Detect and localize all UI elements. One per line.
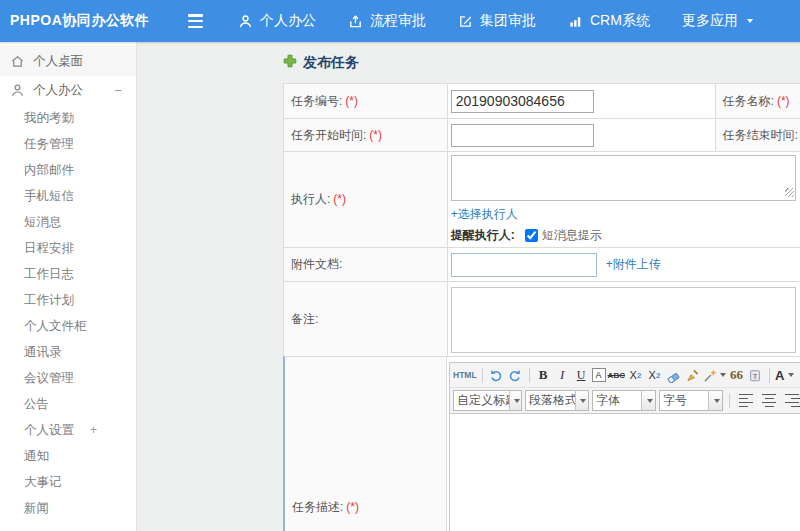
svg-text:T: T (753, 371, 758, 380)
subscript-button[interactable]: X2 (646, 366, 663, 384)
remind-executor-label: 提醒执行人: (451, 227, 515, 244)
redo-icon[interactable] (507, 366, 524, 384)
align-center-icon[interactable] (762, 393, 777, 409)
strikethrough-button[interactable]: ABC (608, 366, 625, 384)
editor-toolbar-row-1: HTML B I U A ABC X2 X2 66 T A (450, 363, 800, 387)
process-approval-icon (348, 14, 363, 29)
sidebar-item-personal-settings[interactable]: 个人设置 + (0, 417, 136, 443)
attachment-upload-link[interactable]: +附件上传 (606, 256, 661, 273)
sidebar-item-news[interactable]: 新闻 (0, 495, 136, 521)
green-plus-icon (283, 54, 297, 72)
task-form-table: 任务编号:(*) 任务名称:(*) 任务开始时间:(*) 任务结束时间:(*) … (283, 83, 800, 358)
task-no-label-cell: 任务编号:(*) (284, 84, 448, 119)
sidebar-item-contacts[interactable]: 通讯录 (0, 339, 136, 365)
nav-label: 集团审批 (480, 12, 536, 30)
menu-icon[interactable] (188, 14, 206, 28)
sidebar: 个人桌面 个人办公 − 我的考勤 任务管理 内部邮件 手机短信 短消息 日程安排… (0, 42, 137, 531)
remark-textarea[interactable] (451, 287, 796, 353)
nav-more-apps[interactable]: 更多应用 (682, 12, 753, 30)
home-icon (10, 54, 25, 69)
sidebar-item-announcement[interactable]: 公告 (0, 391, 136, 417)
caret-down-icon (641, 391, 655, 410)
eraser-icon[interactable] (665, 366, 682, 384)
align-right-icon[interactable] (785, 393, 800, 409)
executor-label: 执行人: (291, 192, 330, 206)
paste-icon[interactable]: T (747, 366, 764, 384)
nav-label: 更多应用 (682, 12, 738, 30)
html-source-button[interactable]: HTML (453, 366, 477, 384)
nav-label: CRM系统 (590, 12, 650, 30)
sidebar-item-task-management[interactable]: 任务管理 (0, 131, 136, 157)
sidebar-item-personal-file-cabinet[interactable]: 个人文件柜 (0, 313, 136, 339)
caret-down-icon (747, 19, 753, 23)
sidebar-item-label: 个人办公 (33, 82, 83, 99)
sidebar-item-internal-mail[interactable]: 内部邮件 (0, 157, 136, 183)
caret-down-icon (509, 391, 521, 410)
start-time-label-cell: 任务开始时间:(*) (284, 119, 448, 152)
sidebar-item-label: 个人桌面 (33, 53, 83, 70)
attachment-input[interactable] (451, 253, 597, 277)
editor-toolbar-row-2: 自定义标题 段落格式 字体 字号 (450, 387, 800, 413)
sidebar-item-meeting-management[interactable]: 会议管理 (0, 365, 136, 391)
magic-wand-icon[interactable] (703, 366, 726, 384)
nav-label: 个人办公 (260, 12, 316, 30)
executor-label-cell: 执行人:(*) (284, 152, 448, 248)
sidebar-item-schedule[interactable]: 日程安排 (0, 235, 136, 261)
user-icon (238, 14, 253, 29)
start-time-label: 任务开始时间: (291, 128, 366, 142)
task-no-input[interactable] (451, 90, 594, 113)
underline-button[interactable]: U (573, 366, 590, 384)
caret-down-icon (575, 391, 588, 410)
sidebar-item-work-plan[interactable]: 工作计划 (0, 287, 136, 313)
paragraph-format-select[interactable]: 段落格式 (525, 390, 589, 411)
top-nav: 个人办公 流程审批 集团审批 CRM系统 更多应用 (238, 12, 753, 30)
sidebar-item-memorabilia[interactable]: 大事记 (0, 469, 136, 495)
sidebar-item-personal-office[interactable]: 个人办公 − (0, 76, 136, 105)
sidebar-item-mobile-sms[interactable]: 手机短信 (0, 183, 136, 209)
user-icon (10, 83, 25, 98)
start-time-input[interactable] (451, 124, 594, 147)
task-description-editor-area[interactable] (450, 413, 800, 531)
nav-personal-office[interactable]: 个人办公 (238, 12, 316, 30)
edit-square-icon (458, 14, 473, 29)
end-time-label-cell: 任务结束时间:(*) (715, 119, 800, 152)
attachment-label: 附件文档: (291, 257, 342, 271)
font-family-select[interactable]: 字体 (592, 390, 656, 411)
sidebar-item-personal-desktop[interactable]: 个人桌面 (0, 46, 136, 76)
sidebar-item-work-log[interactable]: 工作日志 (0, 261, 136, 287)
sidebar-item-short-message[interactable]: 短消息 (0, 209, 136, 235)
app-logo: PHPOA协同办公软件 (0, 12, 172, 30)
brush-icon[interactable] (684, 366, 701, 384)
blockquote-button[interactable]: 66 (728, 366, 745, 384)
custom-title-select[interactable]: 自定义标题 (453, 390, 522, 411)
sms-remind-checkbox[interactable] (525, 229, 538, 242)
caret-down-icon (708, 391, 722, 410)
page-header: 发布任务 (283, 54, 359, 72)
sidebar-item-my-attendance[interactable]: 我的考勤 (0, 105, 136, 131)
remark-label: 备注: (291, 312, 318, 326)
executor-textarea[interactable] (451, 155, 796, 201)
sidebar-item-notice[interactable]: 通知 (0, 443, 136, 469)
italic-button[interactable]: I (554, 366, 571, 384)
end-time-label: 任务结束时间: (723, 128, 798, 142)
bold-button[interactable]: B (535, 366, 552, 384)
expand-icon[interactable]: + (90, 423, 97, 437)
align-left-icon[interactable] (739, 393, 754, 409)
rich-text-editor: HTML B I U A ABC X2 X2 66 T A (449, 362, 800, 531)
nav-process-approval[interactable]: 流程审批 (348, 12, 426, 30)
font-color-button[interactable]: A (775, 366, 794, 384)
select-executor-link[interactable]: +选择执行人 (451, 206, 800, 223)
task-name-label: 任务名称: (723, 94, 774, 108)
sms-remind-label: 短消息提示 (542, 227, 602, 244)
undo-icon[interactable] (488, 366, 505, 384)
superscript-button[interactable]: X2 (627, 366, 644, 384)
description-section: 任务描述:(*) HTML B I U A ABC X2 X2 66 T (283, 356, 800, 531)
description-label: 任务描述: (292, 500, 343, 514)
boxed-a-button[interactable]: A (592, 368, 606, 382)
task-name-label-cell: 任务名称:(*) (715, 84, 800, 119)
page-title: 发布任务 (303, 54, 359, 72)
nav-group-approval[interactable]: 集团审批 (458, 12, 536, 30)
collapse-icon[interactable]: − (114, 83, 122, 98)
font-size-select[interactable]: 字号 (659, 390, 723, 411)
nav-crm-system[interactable]: CRM系统 (568, 12, 650, 30)
